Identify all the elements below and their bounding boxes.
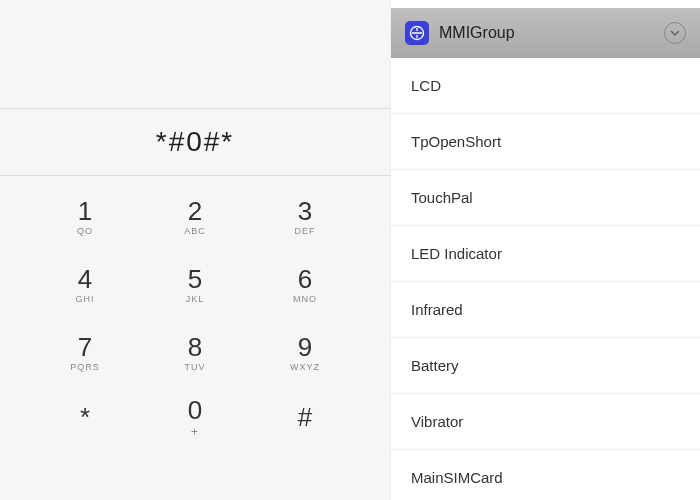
key-letters: DEF: [295, 226, 316, 236]
mmi-item-battery[interactable]: Battery: [391, 338, 700, 394]
mmi-list: LCD TpOpenShort TouchPal LED Indicator I…: [391, 58, 700, 500]
key-digit: 7: [78, 334, 92, 360]
key-0[interactable]: 0+: [160, 390, 230, 446]
mmi-pane: MMIGroup LCD TpOpenShort TouchPal LED In…: [390, 0, 700, 500]
keypad: 1QO 2ABC 3DEF 4GHI 5JKL 6MNO 7PQRS 8TUV …: [0, 176, 390, 452]
key-letters: QO: [77, 226, 93, 236]
mmi-item-label: TouchPal: [411, 189, 473, 206]
key-digit: 3: [298, 198, 312, 224]
key-digit: 6: [298, 266, 312, 292]
key-3[interactable]: 3DEF: [270, 186, 340, 248]
key-5[interactable]: 5JKL: [160, 254, 230, 316]
key-letters: MNO: [293, 294, 317, 304]
mmi-item-infrared[interactable]: Infrared: [391, 282, 700, 338]
key-row-3: 7PQRS 8TUV 9WXYZ: [50, 322, 340, 384]
key-letters: TUV: [185, 362, 206, 372]
key-digit: 0: [188, 397, 202, 423]
mmi-item-label: LCD: [411, 77, 441, 94]
key-letters: ABC: [184, 226, 206, 236]
dialer-top-spacer: [0, 0, 390, 108]
chevron-down-icon[interactable]: [664, 22, 686, 44]
key-8[interactable]: 8TUV: [160, 322, 230, 384]
mmi-item-touchpal[interactable]: TouchPal: [391, 170, 700, 226]
mmi-item-mainsimcard[interactable]: MainSIMCard: [391, 450, 700, 500]
mmi-item-label: LED Indicator: [411, 245, 502, 262]
key-hash[interactable]: #: [270, 390, 340, 446]
mmi-title: MMIGroup: [439, 24, 515, 42]
key-4[interactable]: 4GHI: [50, 254, 120, 316]
key-row-2: 4GHI 5JKL 6MNO: [50, 254, 340, 316]
dialer-pane: *#0#* 1QO 2ABC 3DEF 4GHI 5JKL 6MNO 7PQRS…: [0, 0, 390, 500]
key-digit: #: [298, 404, 312, 430]
mmi-item-label: MainSIMCard: [411, 469, 503, 486]
key-digit: 4: [78, 266, 92, 292]
key-row-1: 1QO 2ABC 3DEF: [50, 186, 340, 248]
key-digit: 8: [188, 334, 202, 360]
key-1[interactable]: 1QO: [50, 186, 120, 248]
dial-display-value: *#0#*: [156, 126, 235, 158]
key-6[interactable]: 6MNO: [270, 254, 340, 316]
key-digit: 1: [78, 198, 92, 224]
mmi-item-lcd[interactable]: LCD: [391, 58, 700, 114]
key-letters: PQRS: [70, 362, 100, 372]
key-star[interactable]: *: [50, 390, 120, 446]
key-digit: 5: [188, 266, 202, 292]
dial-display: *#0#*: [0, 108, 390, 176]
key-letters: +: [191, 425, 199, 439]
key-digit: *: [80, 404, 90, 430]
key-letters: GHI: [75, 294, 94, 304]
key-letters: WXYZ: [290, 362, 320, 372]
key-digit: 9: [298, 334, 312, 360]
mmi-item-label: Infrared: [411, 301, 463, 318]
key-letters: JKL: [186, 294, 205, 304]
key-row-4: * 0+ #: [50, 390, 340, 446]
mmi-item-label: Vibrator: [411, 413, 463, 430]
key-7[interactable]: 7PQRS: [50, 322, 120, 384]
key-9[interactable]: 9WXYZ: [270, 322, 340, 384]
mmi-header: MMIGroup: [391, 8, 700, 58]
mmi-item-ledindicator[interactable]: LED Indicator: [391, 226, 700, 282]
mmi-item-label: Battery: [411, 357, 459, 374]
mmi-item-tpopenshort[interactable]: TpOpenShort: [391, 114, 700, 170]
mmi-item-label: TpOpenShort: [411, 133, 501, 150]
mmigroup-icon: [405, 21, 429, 45]
key-digit: 2: [188, 198, 202, 224]
mmi-item-vibrator[interactable]: Vibrator: [391, 394, 700, 450]
key-2[interactable]: 2ABC: [160, 186, 230, 248]
